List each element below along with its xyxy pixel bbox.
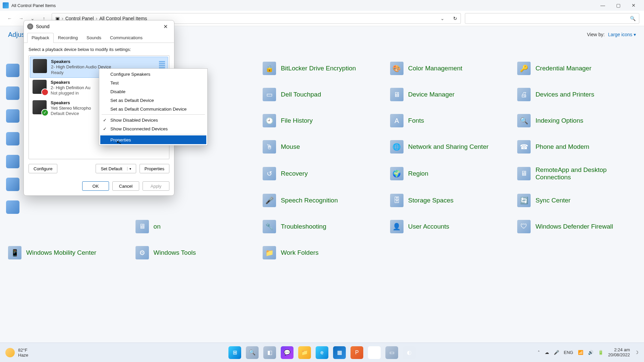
taskbar-weather[interactable]: 82°F Haze	[5, 348, 28, 358]
cp-item[interactable]: 🔑Credential Manager	[515, 60, 639, 76]
cp-item-label: RemoteApp and Desktop Connections	[535, 166, 636, 181]
viewby-dropdown[interactable]: Large icons ▾	[608, 32, 636, 37]
chrome-button[interactable]: ◯	[368, 346, 381, 359]
cp-item-icon: 🛡	[517, 220, 531, 233]
tab-playback[interactable]: Playback	[27, 33, 54, 43]
chat-button[interactable]: 💬	[281, 346, 293, 359]
cp-item[interactable]: 🖥RemoteApp and Desktop Connections	[515, 165, 639, 182]
volume-icon[interactable]: 🔊	[588, 350, 593, 355]
cp-item[interactable]: 📱Windows Mobility Center	[5, 245, 129, 261]
addr-dropdown-icon[interactable]: ⌄	[440, 16, 444, 21]
cp-item[interactable]: 🛡Windows Defender Firewall	[515, 219, 639, 235]
speaker-icon	[33, 59, 47, 73]
language-indicator[interactable]: ENG	[564, 350, 573, 355]
cp-item[interactable]: ⚙Windows Tools	[133, 245, 257, 261]
tab-sounds[interactable]: Sounds	[82, 33, 106, 43]
cp-item[interactable]: 🌍Region	[387, 165, 512, 182]
tab-recording[interactable]: Recording	[54, 33, 82, 43]
cp-item[interactable]: ▭Dell Touchpad	[260, 86, 384, 103]
cp-item[interactable]: 🔒BitLocker Drive Encryption	[260, 60, 384, 76]
cp-item[interactable]: 🎤Speech Recognition	[260, 192, 384, 208]
cp-item[interactable]: 🖥Device Manager	[387, 86, 512, 103]
tab-communications[interactable]: Communications	[106, 33, 147, 43]
cp-item[interactable]: 🌐Network and Sharing Center	[387, 139, 512, 155]
cp-item-icon: 🎤	[263, 194, 276, 207]
cp-item[interactable]: 🎨Color Management	[387, 60, 512, 76]
cp-item[interactable]: 📁Work Folders	[260, 245, 384, 261]
battery-icon[interactable]: 🔋	[598, 350, 603, 355]
onedrive-icon[interactable]: ☁	[545, 350, 549, 355]
cp-item[interactable]: 👤User Accounts	[387, 219, 512, 235]
search-button[interactable]: 🔍	[246, 346, 259, 359]
cp-item[interactable]: 🖱Mouse	[260, 139, 384, 155]
mic-icon[interactable]: 🎤	[554, 350, 559, 355]
menu-item[interactable]: Test	[100, 78, 206, 87]
cp-item-icon: 📁	[263, 246, 276, 259]
edge-button[interactable]: e	[316, 346, 328, 359]
cp-item-icon: 👤	[390, 220, 404, 233]
tray-expand-icon[interactable]: ˄	[538, 350, 540, 355]
cp-item-label: Region	[408, 170, 428, 177]
configure-button[interactable]: Configure	[29, 164, 57, 173]
menu-item[interactable]: Configure Speakers	[100, 70, 206, 78]
cp-item-label: Work Folders	[281, 249, 319, 256]
cp-item-label: Device Manager	[408, 91, 454, 98]
app-button[interactable]: ▭	[385, 346, 398, 359]
cp-item-label: Windows Defender Firewall	[535, 223, 613, 230]
menu-item[interactable]: Set as Default Communication Device	[100, 105, 206, 113]
set-default-button[interactable]: Set Default	[96, 164, 136, 173]
cp-item-label: Recovery	[281, 170, 308, 177]
cp-item-icon: ↺	[263, 167, 276, 180]
cp-item[interactable]: 🔧Troubleshooting	[260, 219, 384, 235]
cp-item[interactable]: 🗄Storage Spaces	[387, 192, 512, 208]
explorer-button[interactable]: 📁	[298, 346, 311, 359]
cp-item-icon: 🌍	[390, 167, 404, 180]
cp-item[interactable]: 🖨Devices and Printers	[515, 86, 639, 103]
wifi-icon[interactable]: 📶	[578, 350, 583, 355]
cancel-button[interactable]: Cancel	[112, 181, 139, 191]
cp-item-label: Sync Center	[535, 197, 571, 204]
menu-item[interactable]: Show Disconnected Devices	[100, 124, 206, 133]
notifications-icon[interactable]: ☽	[635, 350, 639, 355]
cp-item-label: Speech Recognition	[281, 197, 338, 204]
dialog-tabs: PlaybackRecordingSoundsCommunications	[24, 33, 174, 43]
menu-item[interactable]: Disable	[100, 87, 206, 96]
refresh-button[interactable]: ↻	[453, 16, 457, 21]
cp-item[interactable]: 🕘File History	[260, 113, 384, 129]
cp-item-label: BitLocker Drive Encryption	[281, 65, 356, 72]
cp-item-label: User Accounts	[408, 223, 449, 230]
apply-button[interactable]: Apply	[143, 181, 169, 191]
store-button[interactable]: ▦	[333, 346, 346, 359]
taskview-button[interactable]: ◧	[263, 346, 276, 359]
clock-date: 20/08/2022	[608, 353, 630, 358]
cp-item-icon: 🖥	[390, 88, 404, 101]
cp-item[interactable]: ↺Recovery	[260, 165, 384, 182]
cp-item[interactable]: 🔄Sync Center	[515, 192, 639, 208]
cp-item-label: Phone and Modem	[535, 143, 589, 150]
menu-separator	[102, 134, 205, 134]
cp-item-icon: 🔍	[517, 114, 531, 127]
cp-item-icon: ☎	[517, 140, 531, 154]
cp-item-label: Fonts	[408, 117, 424, 124]
cp-item[interactable]: 🖥on	[133, 219, 257, 235]
app-button-active[interactable]: ◐	[403, 346, 416, 359]
minimize-button[interactable]: —	[595, 0, 610, 11]
menu-item[interactable]: Show Disabled Devices	[100, 116, 206, 124]
ok-button[interactable]: OK	[82, 181, 109, 191]
cp-item[interactable]: AFonts	[387, 113, 512, 129]
nav-back-button[interactable]: ←	[6, 15, 13, 22]
menu-item[interactable]: Set as Default Device	[100, 96, 206, 105]
speaker-icon	[33, 80, 47, 94]
properties-button[interactable]: Properties	[140, 164, 169, 173]
cp-item[interactable]: 🔍Indexing Options	[515, 113, 639, 129]
powerpoint-button[interactable]: P	[351, 346, 363, 359]
clock[interactable]: 2:24 am 20/08/2022	[608, 348, 630, 358]
cp-item[interactable]: ☎Phone and Modem	[515, 139, 639, 155]
start-button[interactable]: ⊞	[228, 346, 241, 359]
close-button[interactable]: ✕	[626, 0, 641, 11]
device-text: Speakers2- High Definition AuNot plugged…	[51, 80, 91, 96]
dialog-close-button[interactable]: ✕	[160, 22, 171, 31]
search-input[interactable]: 🔍	[465, 13, 639, 24]
taskbar-apps: ⊞ 🔍 ◧ 💬 📁 e ▦ P ◯ ▭ ◐	[228, 346, 416, 359]
maximize-button[interactable]: ▢	[610, 0, 626, 11]
